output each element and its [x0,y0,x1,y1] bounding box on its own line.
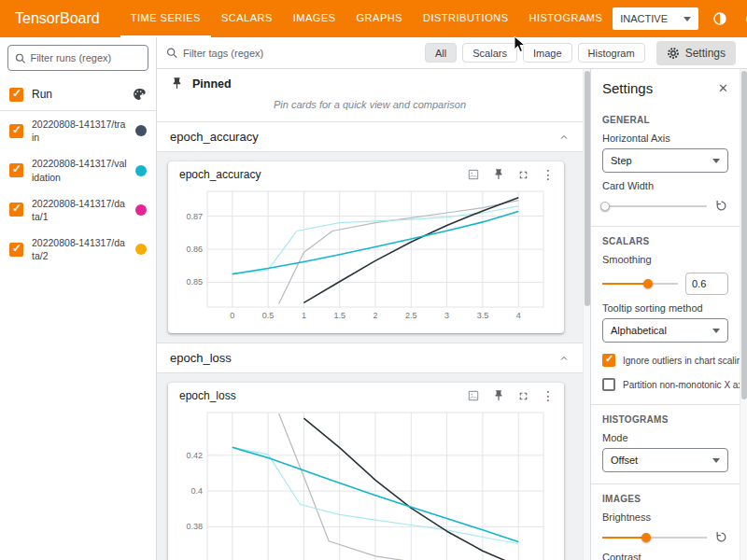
dashboard-tabs: TIME SERIES SCALARS IMAGES GRAPHS DISTRI… [120,0,613,37]
epoch-accuracy-chart[interactable]: 00.511.522.533.540.850.860.87 [176,184,557,328]
reset-icon[interactable] [714,199,728,213]
top-app-bar: TensorBoard TIME SERIES SCALARS IMAGES G… [0,0,747,37]
pin-card-icon[interactable] [492,168,505,181]
pin-card-icon[interactable] [492,389,505,402]
main-scrollbar[interactable] [583,69,590,560]
svg-text:3.5: 3.5 [477,311,489,320]
smoothing-label: Smoothing [602,254,728,265]
tab-time-series[interactable]: TIME SERIES [120,0,211,37]
svg-text:0.86: 0.86 [186,245,203,254]
run-checkbox[interactable] [9,203,23,217]
settings-section-scalars: SCALARS Smoothing Tooltip sorting method [591,226,740,404]
tab-graphs[interactable]: GRAPHS [346,0,413,37]
settings-scrollbar-thumb[interactable] [741,71,747,399]
chevron-down-icon [684,17,691,21]
section-heading: GENERAL [602,115,728,125]
section-header-epoch-accuracy[interactable]: epoch_accuracy [157,122,583,152]
palette-icon[interactable] [132,87,147,102]
svg-text:0.5: 0.5 [262,311,275,320]
chip-histogram[interactable]: Histogram [578,43,645,63]
partition-x-label: Partition non-monotonic X axis [623,380,747,390]
run-checkbox[interactable] [9,163,23,177]
svg-text:0.87: 0.87 [186,212,203,221]
run-color-dot [135,244,147,255]
svg-text:2: 2 [373,311,377,320]
fit-domain-icon[interactable] [467,168,480,181]
runs-filter-input[interactable] [30,52,141,63]
smoothing-input[interactable] [685,273,728,295]
section-header-epoch-loss[interactable]: epoch_loss [157,343,583,373]
run-checkbox[interactable] [9,124,23,138]
card-width-label: Card Width [602,180,728,191]
status-dropdown-value: INACTIVE [620,13,668,24]
histogram-mode-select[interactable]: Offset [602,448,728,472]
settings-panel: Settings ✕ GENERAL Horizontal Axis Step … [590,69,747,560]
fullscreen-icon[interactable] [517,390,529,402]
section-body-epoch-accuracy: epoch_accuracy ⋮ 00.511.522.533.540.850.… [157,152,583,343]
run-color-dot [135,125,147,136]
horizontal-axis-label: Horizontal Axis [602,133,728,144]
chip-scalars[interactable]: Scalars [462,43,517,63]
pinned-hint-text: Pin cards for a quick view and compariso… [157,94,583,122]
card-width-slider[interactable] [602,200,707,213]
histogram-mode-value: Offset [611,455,638,466]
horizontal-axis-select[interactable]: Step [602,148,728,173]
header-actions: INACTIVE ? [613,7,747,30]
scalar-card-epoch-accuracy: epoch_accuracy ⋮ 00.511.522.533.540.850.… [168,161,564,333]
chevron-up-icon[interactable] [558,353,570,364]
run-color-dot [135,165,147,176]
tab-images[interactable]: IMAGES [283,0,346,37]
partition-x-checkbox[interactable] [602,378,615,391]
chip-image[interactable]: Image [523,43,572,63]
refresh-icon[interactable] [741,9,747,28]
settings-panel-title: Settings [602,80,653,96]
tab-scalars[interactable]: SCALARS [211,0,283,37]
section-heading: IMAGES [602,494,728,504]
settings-button[interactable]: Settings [656,41,736,65]
svg-text:3: 3 [444,311,449,320]
ignore-outliers-checkbox[interactable] [602,354,615,367]
run-row-validation[interactable]: 20220808-141317/validation [0,150,156,189]
run-row-data-1[interactable]: 20220808-141317/data/1 [0,190,156,230]
tags-filter-input[interactable] [183,48,381,59]
settings-section-general: GENERAL Horizontal Axis Step Card Width [591,105,740,226]
settings-scrollbar[interactable] [740,69,747,560]
status-dropdown[interactable]: INACTIVE [613,7,698,30]
tab-histograms[interactable]: HISTOGRAMS [518,0,613,37]
fit-domain-icon[interactable] [467,389,480,402]
chevron-up-icon[interactable] [558,132,570,143]
fullscreen-icon[interactable] [517,169,529,181]
close-icon[interactable]: ✕ [718,81,728,95]
section-title: epoch_loss [170,351,232,365]
reset-icon[interactable] [714,530,728,544]
pinned-title: Pinned [192,77,232,91]
run-label: 20220808-141317/train [32,118,127,144]
chip-all[interactable]: All [425,43,457,63]
tag-type-chips: All Scalars Image Histogram [419,43,645,63]
select-all-runs-checkbox[interactable] [9,88,23,102]
scalar-card-epoch-loss: epoch_loss ⋮ 00.511.522.533.540.420.40.3… [168,383,564,560]
tab-distributions[interactable]: DISTRIBUTIONS [413,0,518,37]
ignore-outliers-label: Ignore outliers in chart scaling [623,356,747,366]
runs-filter-box [7,45,148,71]
svg-text:0.4: 0.4 [190,486,203,496]
section-heading: SCALARS [602,236,728,246]
more-options-icon[interactable]: ⋮ [542,389,555,402]
brightness-slider[interactable] [602,531,707,544]
tooltip-sorting-select[interactable]: Alphabetical [602,318,728,343]
smoothing-slider[interactable] [602,277,678,290]
run-label: 20220808-141317/data/1 [32,197,127,223]
theme-toggle-icon[interactable] [711,9,729,28]
run-row-train[interactable]: 20220808-141317/train [0,111,156,150]
runs-column-header: Run [0,78,156,111]
more-options-icon[interactable]: ⋮ [542,168,555,181]
chevron-down-icon [712,329,720,333]
epoch-loss-chart[interactable]: 00.511.522.533.540.420.40.380.36 [176,405,557,560]
svg-text:4: 4 [516,311,521,320]
chevron-down-icon [712,159,720,163]
search-icon [166,47,177,59]
tensorboard-app: TensorBoard TIME SERIES SCALARS IMAGES G… [0,0,747,560]
run-row-data-2[interactable]: 20220808-141317/data/2 [0,230,156,269]
settings-button-label: Settings [685,47,726,60]
run-checkbox[interactable] [9,243,23,257]
